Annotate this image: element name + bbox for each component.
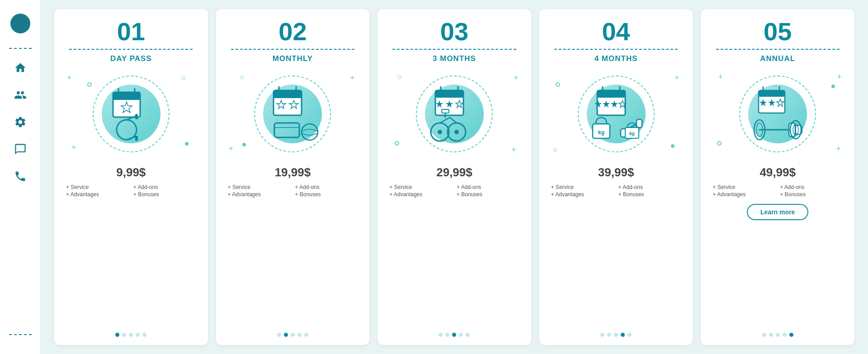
dot-5-5[interactable]	[789, 333, 793, 337]
card-4-icon-area: + ○ kg	[547, 69, 685, 159]
card-3-feature-4: + Bonuses	[457, 191, 519, 198]
svg-rect-48	[637, 119, 642, 127]
dot-3-5[interactable]	[466, 333, 470, 337]
card-2-title: MONTHLY	[273, 54, 313, 63]
card-5-feature-3: + Advantages	[712, 191, 775, 198]
card-5-feature-2: + Add-ons	[780, 184, 843, 190]
dot-2-4[interactable]	[297, 333, 302, 337]
dot-4-1[interactable]	[600, 333, 604, 337]
card-2-feature-1: + Service	[228, 184, 291, 190]
card-5-title: ANNUAL	[760, 54, 795, 63]
card-1-features: + Service + Add-ons + Advantages + Bonus…	[62, 184, 200, 198]
card-1-feature-3: + Advantages	[66, 191, 129, 198]
card-3-dots	[439, 330, 470, 337]
svg-line-30	[440, 118, 450, 123]
dot-2-3[interactable]	[291, 333, 295, 337]
dot-2-1[interactable]	[277, 333, 281, 337]
dot-5-3[interactable]	[776, 333, 780, 337]
svg-point-35	[454, 130, 459, 134]
card-5-icon-area: + + +	[709, 69, 846, 159]
card-1-feature-4: + Bonuses	[133, 191, 196, 198]
svg-rect-10	[135, 136, 138, 141]
card-3-title: 3 MONTHS	[433, 54, 476, 63]
card-3-feature-2: + Add-ons	[457, 184, 519, 190]
dot-1-1[interactable]	[115, 333, 119, 337]
sidebar-item-settings[interactable]	[10, 112, 30, 132]
card-2-icon	[261, 82, 324, 146]
card-3-icon-area: ○ + +	[386, 69, 523, 159]
card-4-number: 04	[602, 19, 630, 44]
dot-1-2[interactable]	[122, 333, 126, 337]
dot-1-5[interactable]	[142, 333, 146, 337]
learn-more-button[interactable]: Learn more	[747, 204, 808, 220]
card-5-feature-4: + Bonuses	[780, 191, 843, 198]
dot-4-2[interactable]	[607, 333, 611, 337]
card-1-price: 9,99$	[116, 165, 146, 179]
card-4-feature-1: + Service	[551, 184, 614, 190]
card-3-feature-1: + Service	[389, 184, 452, 190]
card-4months: 04 4 MONTHS + ○ kg	[539, 9, 693, 345]
card-monthly: 02 MONTHLY + ○ +	[216, 9, 370, 345]
card-2-icon-area: + ○ +	[224, 69, 362, 159]
card-4-dots	[600, 330, 632, 337]
dot-3-1[interactable]	[439, 333, 443, 337]
svg-rect-1	[113, 92, 140, 99]
card-2-feature-2: + Add-ons	[295, 184, 358, 190]
sidebar-item-phone[interactable]	[10, 166, 30, 186]
card-4-features: + Service + Add-ons + Advantages + Bonus…	[547, 184, 685, 198]
card-5-divider	[716, 49, 840, 50]
svg-rect-37	[597, 90, 625, 98]
card-2-dots	[277, 330, 308, 337]
dot-3-3[interactable]	[452, 333, 456, 337]
card-1-feature-2: + Add-ons	[133, 184, 196, 190]
card-3-features: + Service + Add-ons + Advantages + Bonus…	[386, 184, 523, 198]
card-4-icon: kg kg	[585, 82, 648, 146]
dot-2-5[interactable]	[304, 333, 308, 337]
sidebar-divider-top	[9, 48, 32, 49]
card-day-pass: 01 DAY PASS + ○ +	[54, 9, 208, 345]
card-1-feature-1: + Service	[66, 184, 129, 190]
dot-4-4[interactable]	[621, 333, 625, 337]
card-4-feature-3: + Advantages	[551, 191, 614, 198]
svg-rect-12	[274, 90, 302, 98]
svg-rect-9	[135, 114, 138, 119]
svg-rect-22	[435, 90, 463, 98]
logo-circle	[10, 14, 30, 33]
card-2-feature-4: + Bonuses	[295, 191, 358, 198]
sidebar-item-messages[interactable]	[10, 139, 30, 159]
card-5-icon	[746, 82, 809, 146]
card-1-number: 01	[117, 19, 145, 44]
svg-point-20	[302, 124, 318, 140]
svg-text:kg: kg	[598, 129, 604, 136]
card-4-divider	[554, 49, 678, 50]
svg-rect-52	[759, 90, 785, 97]
dot-5-4[interactable]	[783, 333, 787, 337]
sidebar-divider-bottom	[9, 334, 32, 335]
sidebar-item-home[interactable]	[10, 58, 30, 78]
dot-3-2[interactable]	[445, 333, 449, 337]
dot-3-4[interactable]	[459, 333, 463, 337]
svg-text:kg: kg	[629, 131, 635, 136]
dot-1-3[interactable]	[129, 333, 133, 337]
sidebar-item-users[interactable]	[10, 85, 30, 105]
card-3-price: 29,99$	[436, 165, 472, 179]
card-5-dots	[762, 330, 793, 337]
main-content: 01 DAY PASS + ○ +	[41, 0, 868, 354]
dot-4-5[interactable]	[627, 333, 632, 337]
dot-4-3[interactable]	[614, 333, 618, 337]
svg-point-34	[438, 130, 442, 134]
card-3months: 03 3 MONTHS ○ + +	[377, 9, 531, 345]
dot-5-2[interactable]	[769, 333, 773, 337]
card-4-price: 39,99$	[598, 165, 634, 179]
card-3-number: 03	[440, 19, 468, 44]
card-annual: 05 ANNUAL + + +	[701, 9, 854, 345]
svg-line-31	[450, 118, 457, 123]
dot-2-2[interactable]	[284, 333, 288, 337]
dot-5-1[interactable]	[762, 333, 766, 337]
dot-1-4[interactable]	[136, 333, 140, 337]
svg-rect-33	[442, 109, 449, 113]
card-2-divider	[231, 49, 354, 50]
card-2-price: 19,99$	[275, 165, 311, 179]
card-2-feature-3: + Advantages	[228, 191, 291, 198]
card-1-dots	[115, 330, 146, 337]
